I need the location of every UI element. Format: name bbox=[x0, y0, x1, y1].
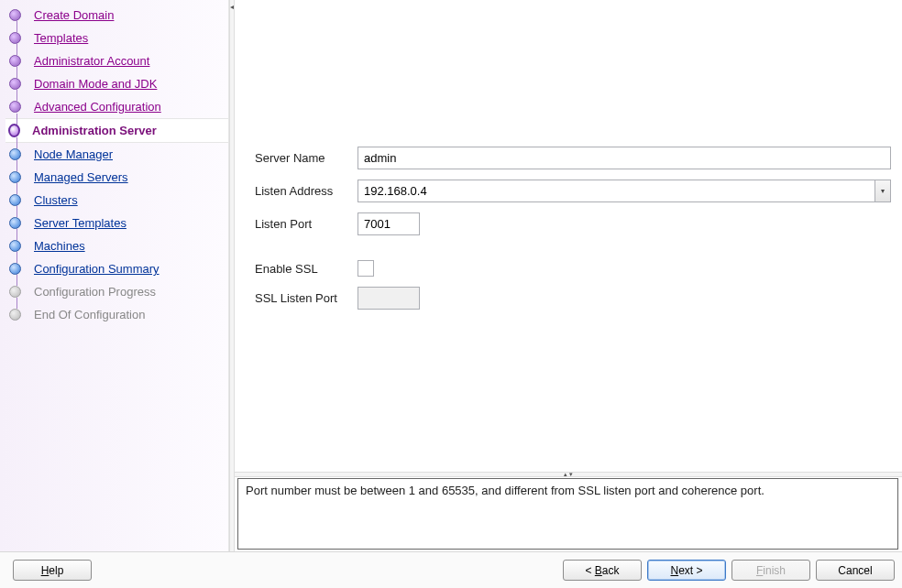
back-button[interactable]: < Back bbox=[563, 560, 642, 581]
step-dot-icon bbox=[9, 32, 21, 44]
step-label: Create Domain bbox=[34, 8, 114, 22]
ssl-listen-port-label: SSL Listen Port bbox=[255, 291, 358, 305]
listen-address-label: Listen Address bbox=[255, 184, 358, 198]
wizard-step-configuration-summary[interactable]: Configuration Summary bbox=[6, 257, 228, 280]
back-mnemonic: B bbox=[595, 564, 602, 577]
step-label: Advanced Configuration bbox=[34, 100, 161, 114]
step-label: Managed Servers bbox=[34, 170, 128, 184]
step-dot-icon bbox=[9, 286, 21, 298]
status-message-panel: Port number must be between 1 and 65535,… bbox=[237, 478, 898, 550]
form-panel: Server Name Listen Address ▾ Listen Port… bbox=[235, 0, 902, 472]
enable-ssl-label: Enable SSL bbox=[255, 262, 358, 276]
splitter-arrow-up-icon: ▴ ▾ bbox=[564, 471, 573, 478]
step-label: Clusters bbox=[34, 193, 78, 207]
wizard-step-server-templates[interactable]: Server Templates bbox=[6, 212, 228, 234]
server-name-label: Server Name bbox=[255, 151, 358, 165]
step-dot-icon bbox=[9, 194, 21, 206]
step-label: Node Manager bbox=[34, 147, 113, 161]
step-dot-icon bbox=[9, 101, 21, 113]
step-dot-icon bbox=[9, 148, 21, 160]
step-label: Domain Mode and JDK bbox=[34, 77, 157, 91]
horizontal-splitter[interactable]: ▴ ▾ bbox=[235, 472, 902, 477]
help-rest: elp bbox=[49, 564, 63, 577]
wizard-step-end-of-configuration: End Of Configuration bbox=[6, 303, 228, 326]
listen-port-input[interactable] bbox=[358, 212, 420, 235]
wizard-step-advanced-configuration[interactable]: Advanced Configuration bbox=[6, 95, 228, 118]
step-label: Machines bbox=[34, 239, 85, 253]
wizard-step-clusters[interactable]: Clusters bbox=[6, 189, 228, 212]
wizard-step-domain-mode-and-jdk[interactable]: Domain Mode and JDK bbox=[6, 72, 228, 95]
wizard-step-create-domain[interactable]: Create Domain bbox=[6, 4, 228, 27]
step-dot-icon bbox=[9, 309, 21, 321]
step-label: Configuration Summary bbox=[34, 262, 160, 276]
listen-port-label: Listen Port bbox=[255, 217, 358, 231]
step-label: Configuration Progress bbox=[34, 285, 156, 299]
step-dot-icon bbox=[9, 171, 21, 183]
wizard-step-templates[interactable]: Templates bbox=[6, 27, 228, 49]
wizard-step-administration-server[interactable]: Administration Server bbox=[6, 118, 228, 143]
step-label: Server Templates bbox=[34, 216, 126, 230]
cancel-button[interactable]: Cancel bbox=[816, 560, 895, 581]
finish-rest: inish bbox=[763, 564, 786, 577]
splitter-arrow-left-icon: ◂ bbox=[230, 3, 234, 11]
step-dot-icon bbox=[9, 55, 21, 67]
back-rest: ack bbox=[602, 564, 620, 577]
finish-button: Finish bbox=[732, 560, 810, 581]
help-button[interactable]: Help bbox=[13, 560, 92, 581]
step-label: Templates bbox=[34, 31, 88, 45]
wizard-step-managed-servers[interactable]: Managed Servers bbox=[6, 166, 228, 189]
step-dot-icon bbox=[9, 217, 21, 229]
step-dot-icon bbox=[9, 263, 21, 275]
step-dot-icon bbox=[9, 240, 21, 252]
wizard-step-configuration-progress: Configuration Progress bbox=[6, 280, 228, 303]
step-dot-icon bbox=[9, 9, 21, 21]
next-button[interactable]: Next > bbox=[647, 560, 726, 581]
enable-ssl-checkbox[interactable] bbox=[358, 260, 374, 277]
next-mnemonic: N bbox=[670, 564, 678, 577]
status-message-text: Port number must be between 1 and 65535,… bbox=[246, 484, 764, 497]
step-dot-icon bbox=[8, 124, 20, 137]
next-rest: ext bbox=[678, 564, 693, 577]
wizard-step-administrator-account[interactable]: Administrator Account bbox=[6, 49, 228, 72]
wizard-step-node-manager[interactable]: Node Manager bbox=[6, 143, 228, 166]
step-label: Administration Server bbox=[32, 124, 157, 137]
step-dot-icon bbox=[9, 78, 21, 90]
chevron-down-icon[interactable]: ▾ bbox=[875, 180, 891, 202]
step-label: Administrator Account bbox=[34, 54, 149, 68]
listen-address-combo[interactable]: ▾ bbox=[358, 180, 891, 202]
listen-address-input[interactable] bbox=[358, 180, 875, 202]
step-label: End Of Configuration bbox=[34, 308, 145, 321]
cancel-label: Cancel bbox=[838, 564, 872, 577]
server-name-input[interactable] bbox=[358, 147, 891, 169]
wizard-sidebar: Create DomainTemplatesAdministrator Acco… bbox=[0, 0, 229, 551]
wizard-step-machines[interactable]: Machines bbox=[6, 234, 228, 257]
ssl-listen-port-input bbox=[358, 287, 420, 310]
button-bar: Help < Back Next > Finish Cancel bbox=[0, 551, 902, 588]
